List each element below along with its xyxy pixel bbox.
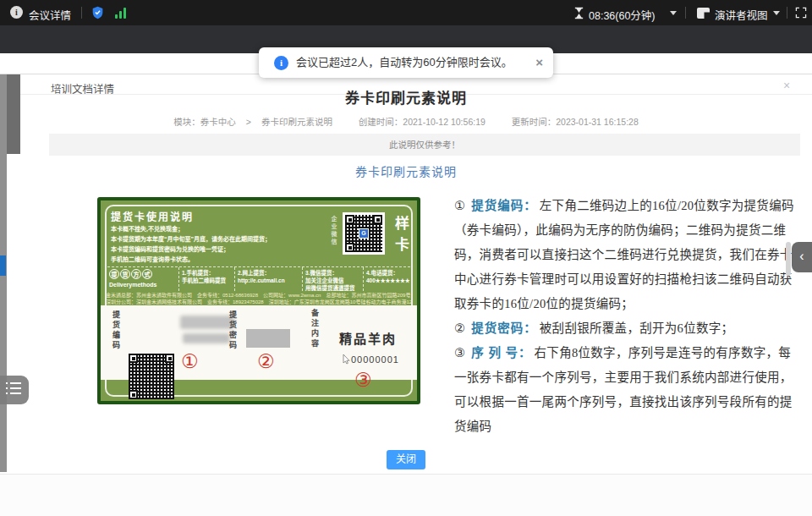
qr-logo: G <box>359 228 369 239</box>
card-scratch-panel <box>246 329 290 348</box>
view-mode-button[interactable]: 演讲者视图 <box>715 7 768 23</box>
meta-updated: 更新时间：2023-01-31 16:15:28 <box>512 117 639 127</box>
training-doc-page: 培训文档详情 × 券卡印刷元素说明 模块：券卡中心>券卡印刷元素说明 创建时间：… <box>0 74 812 474</box>
meta-separator: > <box>246 117 251 127</box>
card-wecom-label: 企业微信 <box>329 216 337 256</box>
card-sample-label: 样卡 <box>390 216 411 268</box>
card-code-redacted <box>180 316 234 329</box>
meeting-toolbar: 解除静音 开启视频 共享屏幕 邀请 成员(4) 聊天 录制 <box>0 474 812 516</box>
page-scrollbar-thumb[interactable] <box>786 242 791 276</box>
document-title: 券卡印刷元素说明 <box>169 86 643 107</box>
card-pickup-qr-code <box>128 353 175 400</box>
speaker-view-icon[interactable] <box>697 8 710 19</box>
card-marker-2: ② <box>257 352 275 371</box>
card-methods-stamp: 提货方式 Deliverymethods <box>107 267 178 291</box>
mouse-cursor-icon <box>343 354 350 365</box>
section-title: 券卡印刷元素说明 <box>0 162 812 179</box>
timer-caret-icon[interactable] <box>670 11 677 15</box>
gift-card-image: 提货卡使用说明 本卡概不挂失,不兑换现金； 本卡提货期为本年度“月中旬至”月底，… <box>97 197 420 404</box>
catalog-toggle-button[interactable] <box>0 376 29 404</box>
card-code-redacted <box>183 333 230 343</box>
card-fineprint-line1: 金禾通总部：苏州金禾通软件有限公司 企务专线：0512-68636928 公司网… <box>106 292 412 299</box>
card-usage-line: 本卡提货编码和提货密码为兑换的唯一凭证； <box>111 244 229 253</box>
card-methods-stamp-en: Deliverymethods <box>109 281 177 288</box>
card-method-4: 4.电话提货： 400★★★★★★★ <box>363 267 410 291</box>
explanation-1: ①提货编码：左下角二维码边上的16位/20位数字为提货编码（券卡编码），此编码为… <box>454 194 796 316</box>
card-product-name: 精品羊肉 <box>339 329 397 347</box>
divider <box>787 7 787 19</box>
close-document-button[interactable]: 关闭 <box>387 450 425 469</box>
background-sidebar-fragment <box>7 74 20 154</box>
card-method-2: 2.网上提货： http://e.cutmall.cn <box>234 267 302 291</box>
card-usage-line: 本卡提货期为本年度“月中旬至”月底，请务必在此期间提货； <box>111 234 271 243</box>
view-caret-icon[interactable] <box>773 11 780 15</box>
card-code-label: 提货编码 <box>111 310 122 371</box>
meeting-timer[interactable]: 08:36(60分钟) <box>589 7 656 23</box>
network-signal-icon[interactable] <box>115 7 129 19</box>
card-serial-number: 00000001 <box>343 354 399 365</box>
notice-bar: 此说明仅供参考！ <box>49 134 800 156</box>
card-method-3: 3.微信提货： 加关注企业微信 用微信提货通道提货 <box>302 267 363 291</box>
divider <box>81 7 82 19</box>
meta-created: 创建时间：2021-10-12 10:56:19 <box>359 117 486 127</box>
fullscreen-icon[interactable] <box>795 7 807 19</box>
card-fineprint-line2: 深圳分公司：深圳金禾通网络技术有限公司 业务专线：18923475028 深圳地… <box>106 299 412 305</box>
meeting-info-icon[interactable]: i <box>10 6 23 19</box>
meta-module: 模块：券卡中心 <box>173 117 236 127</box>
explanation-text: ①提货编码：左下角二维码边上的16位/20位数字为提货编码（券卡编码），此编码为… <box>454 194 796 439</box>
modal-close-icon[interactable]: × <box>783 79 790 92</box>
card-usage-line: 手机拍二维码可查询券卡状态。 <box>111 255 194 263</box>
card-usage-line: 本卡概不挂失,不兑换现金； <box>111 224 184 233</box>
panel-collapse-handle[interactable]: ‹ <box>792 242 812 272</box>
divider <box>685 7 686 19</box>
card-delivery-methods: 提货方式 Deliverymethods 1.手机提货： 手机拍二维码提货 2.… <box>107 266 410 291</box>
meeting-details-button[interactable]: 会议详情 <box>29 7 71 23</box>
hourglass-icon <box>573 7 584 19</box>
meeting-topbar: i 会议详情 08:36(60分钟) 演讲者视图 <box>0 0 812 25</box>
security-shield-icon[interactable] <box>91 6 104 19</box>
card-marker-1: ① <box>181 352 199 371</box>
toast-text: 会议已超过2人，自动转为60分钟限时会议。 <box>296 47 513 78</box>
meta-module-name: 券卡印刷元素说明 <box>261 117 332 127</box>
card-method-1: 1.手机提货： 手机拍二维码提货 <box>178 267 234 291</box>
background-menu-highlight <box>0 255 6 276</box>
screen: i 会议详情 08:36(60分钟) 演讲者视图 礼盒营销平台管理中心 × 系统… <box>0 0 812 516</box>
card-marker-3: ③ <box>354 371 372 390</box>
toast-info-icon: i <box>274 56 288 70</box>
explanation-3: ③序 列 号：右下角8位数字，序列号是连号的有序数字，每一张券卡都有一个序列号，… <box>454 341 796 439</box>
card-remark-label: 备注内容 <box>310 309 321 373</box>
meeting-toast: i 会议已超过2人，自动转为60分钟限时会议。 × <box>259 47 553 78</box>
explanation-2: ②提货密码：被刮刮银所覆盖，刮开为6位数字； <box>454 316 796 341</box>
card-usage-title: 提货卡使用说明 <box>111 209 194 223</box>
toast-close-icon[interactable]: × <box>535 47 543 78</box>
card-wecom-qr-code: G <box>343 212 385 255</box>
card-password-label: 提货密码 <box>228 310 239 371</box>
document-meta: 模块：券卡中心>券卡印刷元素说明 创建时间：2021-10-12 10:56:1… <box>0 115 812 128</box>
